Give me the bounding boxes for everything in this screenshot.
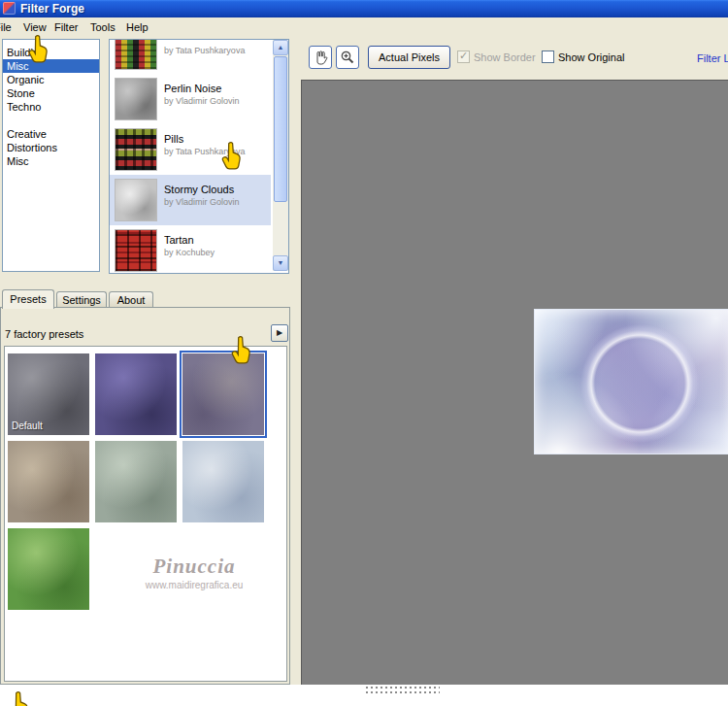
actual-pixels-button[interactable]: Actual Pixels — [368, 46, 450, 69]
preset-tile-4[interactable] — [8, 441, 89, 522]
category-stone[interactable]: Stone — [3, 86, 99, 100]
filter-list: by Tata Pushkaryova Perlin Noise by Vlad… — [109, 39, 289, 274]
filter-thumbnail-pills — [115, 128, 157, 171]
watermark-name: Pinuccia — [102, 555, 286, 579]
show-border-label: Show Border — [474, 51, 536, 63]
presets-grid: Default Pinuccia www.maidiregrafica.eu — [4, 346, 287, 682]
category-list: Building Misc Organic Stone Techno Creat… — [2, 39, 100, 272]
hand-icon — [313, 50, 328, 65]
menu-help[interactable]: Help — [123, 20, 151, 34]
filter-author: by Tata Pushkaryova — [164, 147, 245, 156]
scrollbar-thumb[interactable] — [274, 56, 287, 202]
filter-author: by Tata Pushkaryova — [164, 46, 245, 55]
tab-about[interactable]: About — [109, 291, 153, 308]
filter-row-clipped[interactable]: by Tata Pushkaryova — [110, 39, 271, 74]
filter-forge-window: { "window": { "title": "Filter Forge" },… — [0, 0, 728, 706]
filter-thumbnail-stormy-clouds — [115, 179, 157, 221]
preset-tile-2[interactable] — [95, 353, 177, 435]
filter-row-pills[interactable]: Pills by Tata Pushkaryova — [110, 124, 271, 175]
bottom-strip — [0, 685, 728, 706]
scroll-up-icon[interactable]: ▲ — [273, 40, 288, 55]
show-border-checkbox[interactable] — [457, 50, 470, 63]
menu-tools[interactable]: Tools — [87, 20, 118, 34]
preset-tile-3-selected[interactable] — [182, 353, 264, 435]
category-organic[interactable]: Organic — [3, 73, 99, 86]
menu-filter[interactable]: Filter — [51, 20, 81, 34]
category-building[interactable]: Building — [3, 46, 99, 59]
show-original-label: Show Original — [558, 51, 624, 63]
category-misc-2[interactable]: Misc — [3, 154, 99, 168]
scroll-down-icon[interactable]: ▼ — [273, 255, 288, 271]
filter-row-perlin-noise[interactable]: Perlin Noise by Vladimir Golovin — [110, 74, 271, 124]
magnifier-plus-icon — [340, 50, 355, 65]
presets-count-label: 7 factory presets — [5, 328, 83, 340]
filter-thumbnail-mosaic — [115, 39, 157, 70]
filter-name: Pills — [164, 133, 183, 145]
preset-tile-default[interactable]: Default — [8, 353, 89, 435]
preview-canvas[interactable] — [301, 80, 728, 685]
preset-default-label: Default — [12, 420, 43, 431]
filter-row-stormy-clouds[interactable]: Stormy Clouds by Vladimir Golovin — [110, 175, 271, 225]
title-bar[interactable]: Filter Forge — [0, 0, 728, 17]
category-distortions[interactable]: Distortions — [3, 141, 99, 154]
category-creative[interactable]: Creative — [3, 127, 99, 141]
presets-next-arrow-button[interactable]: ▶ — [271, 324, 288, 342]
app-icon — [3, 2, 16, 15]
menu-bar: File View Filter Tools Help — [0, 17, 728, 37]
filter-author: by Kochubey — [164, 248, 215, 257]
filter-row-tartan[interactable]: Tartan by Kochubey — [110, 225, 271, 274]
filter-list-scrollbar[interactable]: ▲ ▼ — [273, 40, 288, 271]
watermark-url: www.maidiregrafica.eu — [102, 580, 286, 590]
filter-library-link[interactable]: Filter Li — [697, 52, 728, 64]
preset-tile-7[interactable] — [8, 528, 89, 610]
filter-thumbnail-perlin-noise — [115, 78, 157, 120]
filter-name: Stormy Clouds — [164, 184, 234, 195]
preview-image[interactable] — [534, 309, 728, 454]
preset-tile-5[interactable] — [95, 441, 177, 522]
category-techno[interactable]: Techno — [3, 100, 99, 114]
menu-file[interactable]: File — [0, 20, 15, 34]
category-group-gap — [3, 114, 99, 127]
filter-author: by Vladimir Golovin — [164, 96, 240, 106]
window-title: Filter Forge — [20, 2, 84, 16]
preview-toolbar: Actual Pixels Show Border Show Original … — [301, 37, 728, 80]
filter-author: by Vladimir Golovin — [164, 197, 240, 207]
hand-tool-button[interactable] — [309, 46, 332, 69]
menu-view[interactable]: View — [20, 20, 50, 34]
filter-name: Tartan — [164, 234, 194, 246]
grip-dots — [366, 687, 440, 693]
filter-name: Perlin Noise — [164, 83, 221, 94]
presets-panel: 7 factory presets ▶ Default Pinuccia www… — [0, 307, 290, 685]
show-original-checkbox[interactable] — [542, 50, 554, 63]
tab-settings[interactable]: Settings — [56, 291, 107, 308]
zoom-tool-button[interactable] — [336, 46, 359, 69]
category-misc-selected[interactable]: Misc — [3, 59, 99, 73]
filter-thumbnail-tartan — [115, 229, 157, 272]
tab-presets[interactable]: Presets — [2, 289, 54, 309]
preset-tile-6[interactable] — [182, 441, 264, 522]
